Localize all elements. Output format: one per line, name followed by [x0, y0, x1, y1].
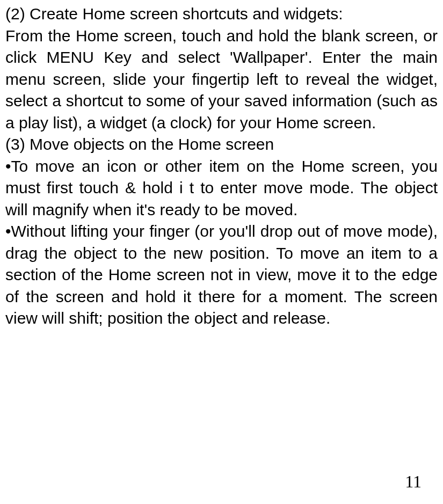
section-3-heading: (3) Move objects on the Home screen — [5, 134, 438, 156]
section-2-heading: (2) Create Home screen shortcuts and wid… — [5, 3, 438, 25]
section-3-bullet-1: •To move an icon or other item on the Ho… — [5, 156, 438, 221]
section-2-body: From the Home screen, touch and hold the… — [5, 25, 438, 134]
document-content: (2) Create Home screen shortcuts and wid… — [5, 3, 438, 330]
section-3-bullet-2: •Without lifting your finger (or you'll … — [5, 221, 438, 330]
page-number: 11 — [405, 470, 422, 493]
